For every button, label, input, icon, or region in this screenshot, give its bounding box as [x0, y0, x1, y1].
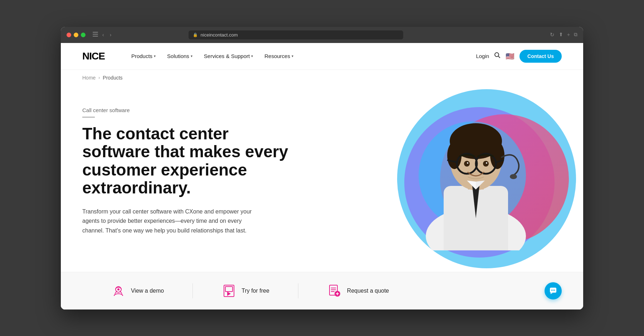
hero-eyebrow: Call center software: [82, 107, 322, 113]
browser-action-buttons: ⬆ ＋ ⧉: [559, 32, 577, 38]
main-navigation: NICE Products ▾ Solutions ▾ Services & S…: [61, 43, 583, 70]
forward-button[interactable]: ›: [108, 31, 113, 38]
page-content: NICE Products ▾ Solutions ▾ Services & S…: [61, 43, 583, 309]
cta-bar: View a demo Try for free: [61, 272, 583, 309]
demo-icon: [111, 283, 126, 298]
svg-point-20: [467, 162, 468, 164]
svg-rect-0: [93, 32, 98, 33]
cta-demo-label: View a demo: [131, 288, 164, 294]
svg-point-17: [510, 174, 517, 179]
hero-person-image: [401, 86, 551, 250]
breadcrumb: Home › Products: [61, 70, 583, 86]
chevron-down-icon: ▾: [191, 54, 192, 58]
nav-right: Login 🇺🇸 Contact Us: [476, 50, 562, 63]
back-button[interactable]: ‹: [101, 31, 106, 38]
eyebrow-divider: [82, 117, 95, 117]
hero-content: Call center software The contact center …: [82, 100, 322, 250]
close-button[interactable]: [67, 33, 71, 37]
svg-rect-25: [225, 287, 233, 292]
nav-item-resources[interactable]: Resources ▾: [259, 50, 298, 62]
hero-description: Transform your call center software with…: [82, 207, 265, 235]
chevron-down-icon: ▾: [154, 54, 156, 58]
start-icon: [221, 283, 236, 298]
new-tab-icon[interactable]: ＋: [566, 32, 571, 38]
cta-demo[interactable]: View a demo: [82, 283, 193, 298]
window-icon[interactable]: ⧉: [574, 32, 577, 38]
breadcrumb-separator: ›: [98, 75, 100, 80]
cta-quote[interactable]: Request a quote: [298, 283, 418, 298]
site-logo[interactable]: NICE: [82, 51, 105, 62]
minimize-button[interactable]: [74, 33, 78, 37]
svg-point-3: [495, 53, 499, 57]
breadcrumb-home[interactable]: Home: [82, 75, 96, 81]
nav-item-services-support[interactable]: Services & Support ▾: [199, 50, 258, 62]
breadcrumb-current: Products: [103, 75, 122, 81]
sidebar-toggle-icon[interactable]: [93, 32, 98, 38]
cta-try-free[interactable]: Try for free: [193, 283, 298, 298]
chat-fab[interactable]: [545, 282, 562, 299]
nav-links: Products ▾ Solutions ▾ Services & Suppor…: [126, 50, 476, 62]
svg-rect-1: [93, 34, 98, 35]
cta-quote-label: Request a quote: [347, 288, 389, 294]
svg-point-35: [551, 289, 552, 291]
svg-point-37: [554, 289, 555, 291]
address-bar[interactable]: 🔒 niceincontact.com: [189, 30, 403, 39]
svg-rect-2: [93, 36, 98, 37]
quote-icon: [327, 283, 342, 298]
traffic-lights: [67, 33, 86, 37]
language-selector[interactable]: 🇺🇸: [506, 52, 514, 61]
lock-icon: 🔒: [193, 33, 198, 37]
svg-point-21: [486, 162, 487, 164]
chat-icon: [549, 287, 557, 295]
share-icon[interactable]: ⬆: [559, 32, 563, 38]
hero-section: Call center software The contact center …: [61, 86, 583, 272]
svg-point-19: [483, 161, 489, 167]
svg-point-18: [464, 161, 470, 167]
browser-controls: ‹ ›: [93, 31, 113, 38]
refresh-area: ↻: [550, 32, 555, 38]
nav-item-products[interactable]: Products ▾: [126, 50, 161, 62]
login-link[interactable]: Login: [476, 53, 489, 59]
url-text: niceincontact.com: [201, 32, 238, 38]
browser-chrome: ‹ › 🔒 niceincontact.com ↻ ⬆ ＋ ⧉: [61, 27, 583, 43]
hero-title: The contact center software that makes e…: [82, 125, 290, 197]
contact-us-button[interactable]: Contact Us: [519, 50, 562, 63]
cta-try-label: Try for free: [241, 288, 269, 294]
maximize-button[interactable]: [81, 33, 86, 37]
svg-point-23: [117, 288, 119, 291]
chevron-down-icon: ▾: [251, 54, 253, 58]
svg-point-36: [553, 289, 554, 291]
chevron-down-icon: ▾: [292, 54, 293, 58]
nav-item-solutions[interactable]: Solutions ▾: [162, 50, 197, 62]
hero-image-area: [322, 100, 562, 250]
person-svg: [404, 86, 547, 250]
svg-line-4: [498, 56, 500, 58]
svg-point-10: [447, 142, 462, 169]
refresh-icon[interactable]: ↻: [550, 32, 555, 38]
search-button[interactable]: [494, 52, 501, 60]
